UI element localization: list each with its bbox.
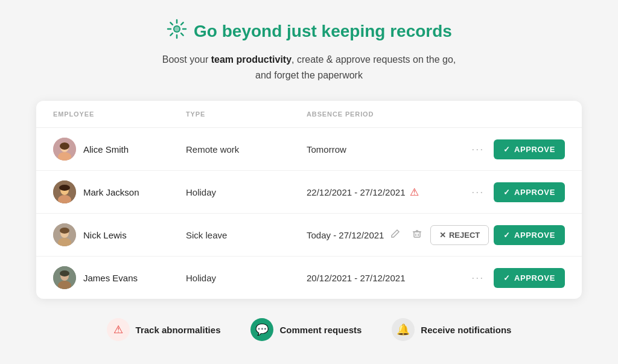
checkmark-icon: ✓ <box>503 273 511 283</box>
type-cell: Sick leave <box>186 230 307 240</box>
page-title: Go beyond just keeping records <box>194 22 452 41</box>
x-icon: ✕ <box>439 231 446 240</box>
actions-cell: ··· ✓ APPROVE <box>467 139 565 159</box>
approve-label: APPROVE <box>514 145 555 154</box>
table-row: Nick Lewis Sick leave Today - 27/12/2021… <box>36 214 582 257</box>
col-employee: EMPLOYEE <box>53 110 186 118</box>
bell-icon: 🔔 <box>397 323 410 336</box>
avatar <box>53 180 76 203</box>
footer-features: ⚠ Track abnormalities 💬 Comment requests… <box>107 318 512 341</box>
type-cell: Remote work <box>186 144 307 155</box>
svg-point-13 <box>60 142 69 150</box>
svg-point-17 <box>59 185 70 191</box>
notification-icon: 🔔 <box>392 318 415 341</box>
track-icon: ⚠ <box>107 318 130 341</box>
checkmark-icon: ✓ <box>503 188 511 197</box>
warning-triangle-icon: ⚠ <box>113 323 123 336</box>
approve-label: APPROVE <box>514 231 555 240</box>
period-cell: 22/12/2021 - 27/12/2021 ⚠ <box>307 186 467 199</box>
svg-line-5 <box>170 22 173 25</box>
reject-button[interactable]: ✕ REJECT <box>430 225 489 245</box>
svg-line-7 <box>181 22 183 25</box>
svg-rect-22 <box>414 232 420 237</box>
checkmark-icon: ✓ <box>503 145 511 154</box>
period-text: Tomorrow <box>307 144 346 155</box>
header-title-row: Go beyond just keeping records <box>162 18 456 45</box>
main-container: Go beyond just keeping records Boost you… <box>0 0 618 364</box>
period-text: 20/12/2021 - 27/12/2021 <box>307 273 405 283</box>
approve-button[interactable]: ✓ APPROVE <box>494 268 565 288</box>
avatar <box>53 223 76 246</box>
approve-button[interactable]: ✓ APPROVE <box>494 225 565 245</box>
period-cell: 20/12/2021 - 27/12/2021 <box>307 273 467 283</box>
delete-button[interactable] <box>409 226 425 243</box>
feature-notification-label: Receive notifications <box>421 325 511 335</box>
approve-button[interactable]: ✓ APPROVE <box>494 139 565 159</box>
actions-cell: ✕ REJECT ✓ APPROVE <box>387 225 565 245</box>
edit-button[interactable] <box>387 226 404 243</box>
approve-button[interactable]: ✓ APPROVE <box>494 182 565 202</box>
type-cell: Holiday <box>186 273 307 283</box>
avatar <box>53 266 76 289</box>
page-header: Go beyond just keeping records Boost you… <box>162 18 456 83</box>
reject-label: REJECT <box>449 231 480 240</box>
feature-comment-requests: 💬 Comment requests <box>250 318 362 341</box>
feature-track-abnormalities: ⚠ Track abnormalities <box>107 318 221 341</box>
employee-cell: Mark Jackson <box>53 180 186 203</box>
more-options-button[interactable]: ··· <box>467 269 489 287</box>
col-type: TYPE <box>186 110 307 118</box>
employee-name: Alice Smith <box>83 144 129 155</box>
warning-icon: ⚠ <box>410 186 419 199</box>
employee-cell: James Evans <box>53 266 186 289</box>
table-header: EMPLOYEE TYPE ABSENCE PERIOD <box>36 101 582 128</box>
feature-track-label: Track abnormalities <box>136 325 221 335</box>
period-cell: Tomorrow <box>307 144 467 155</box>
feature-receive-notifications: 🔔 Receive notifications <box>392 318 511 341</box>
period-text: Today - 27/12/2021 <box>307 230 384 240</box>
table-row: James Evans Holiday 20/12/2021 - 27/12/2… <box>36 257 582 299</box>
requests-table-card: EMPLOYEE TYPE ABSENCE PERIOD Alice Smith… <box>36 101 582 299</box>
avatar <box>53 138 76 161</box>
svg-line-6 <box>181 33 183 36</box>
more-options-button[interactable]: ··· <box>467 184 489 201</box>
table-row: Alice Smith Remote work Tomorrow ··· ✓ A… <box>36 128 582 171</box>
employee-cell: Alice Smith <box>53 138 186 161</box>
employee-cell: Nick Lewis <box>53 223 186 246</box>
svg-point-21 <box>60 228 69 234</box>
checkmark-icon: ✓ <box>503 231 511 240</box>
type-cell: Holiday <box>186 187 307 197</box>
svg-line-8 <box>170 33 173 36</box>
actions-cell: ··· ✓ APPROVE <box>467 268 565 288</box>
table-row: Mark Jackson Holiday 22/12/2021 - 27/12/… <box>36 171 582 214</box>
period-text: 22/12/2021 - 27/12/2021 <box>307 187 405 197</box>
col-period: ABSENCE PERIOD <box>307 110 565 118</box>
actions-cell: ··· ✓ APPROVE <box>467 182 565 202</box>
period-cell: Today - 27/12/2021 <box>307 230 387 240</box>
comment-icon: 💬 <box>250 318 273 341</box>
header-subtitle: Boost your team productivity, create & a… <box>162 52 456 83</box>
svg-point-9 <box>174 27 179 31</box>
approve-label: APPROVE <box>514 188 555 197</box>
feature-comment-label: Comment requests <box>279 325 362 335</box>
header-icon <box>166 18 188 45</box>
employee-name: Nick Lewis <box>83 230 127 240</box>
more-options-button[interactable]: ··· <box>467 141 489 158</box>
employee-name: Mark Jackson <box>83 187 139 197</box>
employee-name: James Evans <box>83 273 138 283</box>
chat-icon: 💬 <box>255 323 269 336</box>
svg-point-30 <box>60 270 69 276</box>
approve-label: APPROVE <box>514 273 555 283</box>
